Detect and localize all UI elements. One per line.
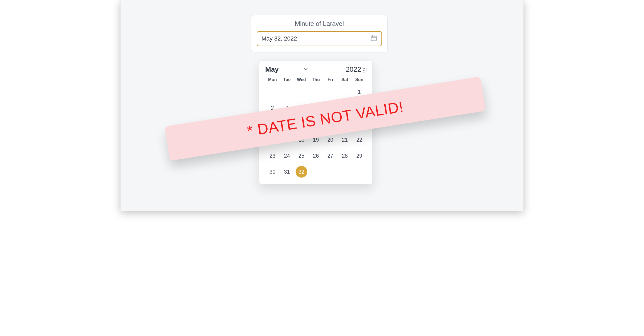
dow-label: Sun: [352, 77, 367, 82]
month-label: May: [265, 65, 279, 74]
day-cell[interactable]: 30: [267, 166, 278, 178]
popover-header: May 2022: [265, 65, 367, 74]
calendar-icon[interactable]: [370, 35, 377, 43]
day-cell[interactable]: 29: [353, 150, 365, 162]
date-input[interactable]: May 32, 2022: [257, 31, 382, 46]
day-cell[interactable]: 22: [353, 134, 365, 146]
day-cell[interactable]: 31: [281, 166, 293, 178]
dow-row: MonTueWedThuFriSatSun: [265, 77, 367, 82]
day-cell[interactable]: 27: [324, 150, 336, 162]
dow-label: Thu: [309, 77, 323, 82]
dow-label: Sat: [337, 77, 352, 82]
date-input-value: May 32, 2022: [261, 35, 370, 42]
day-cell[interactable]: 23: [267, 150, 278, 162]
date-card: Minute of Laravel May 32, 2022: [251, 15, 388, 52]
dow-label: Fri: [323, 77, 337, 82]
day-cell[interactable]: 25: [296, 150, 307, 162]
dow-label: Tue: [280, 77, 294, 82]
year-value: 2022: [346, 65, 361, 74]
year-stepper[interactable]: [362, 67, 367, 73]
chevron-down-icon[interactable]: [303, 66, 309, 73]
svg-rect-0: [371, 36, 376, 41]
dow-label: Wed: [294, 77, 309, 82]
day-cell[interactable]: 24: [281, 150, 293, 162]
stage: Minute of Laravel May 32, 2022 May 2022: [120, 0, 524, 211]
dow-label: Mon: [265, 77, 280, 82]
month-select[interactable]: May: [265, 65, 309, 74]
day-cell[interactable]: 21: [339, 134, 351, 146]
year-stepper-wrap: 2022: [346, 65, 367, 74]
day-cell[interactable]: 32: [296, 166, 307, 178]
day-cell[interactable]: 28: [339, 150, 351, 162]
card-title: Minute of Laravel: [257, 20, 382, 27]
day-cell[interactable]: 26: [310, 150, 322, 162]
